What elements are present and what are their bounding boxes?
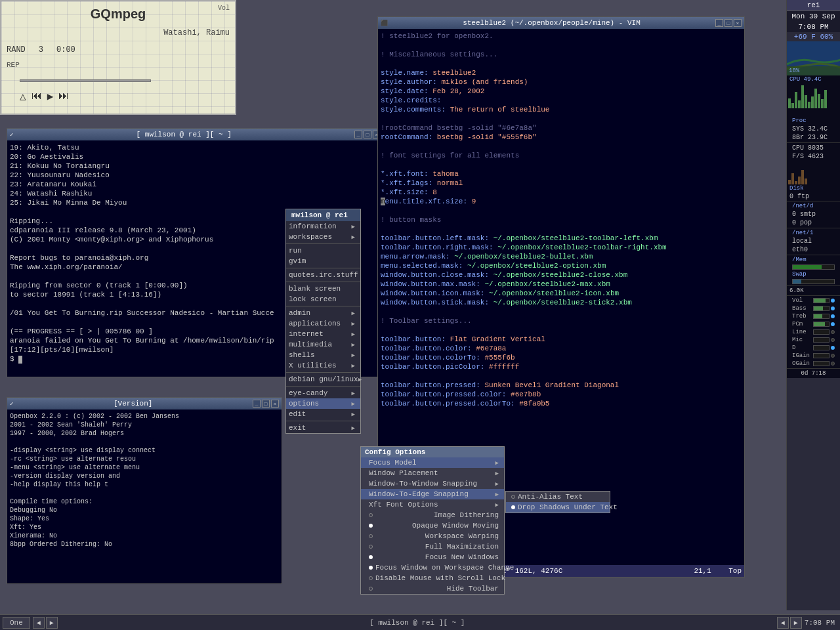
d-label: D	[792, 345, 812, 351]
vim-close[interactable]: ×	[734, 19, 742, 27]
cpu-fps: CPU 8035	[792, 144, 824, 152]
menu-separator-1	[286, 243, 360, 244]
menu-item-workspaces[interactable]: workspaces▶	[286, 232, 360, 242]
config-item-edge-snap[interactable]: Window-To-Edge Snapping▶	[361, 489, 504, 499]
arrow-icon: ▶	[495, 501, 499, 509]
taskbar-next-workspace[interactable]: ▶	[46, 617, 58, 629]
swap-slider[interactable]	[792, 279, 835, 284]
config-item-workspace-warp[interactable]: Workspace Warping	[361, 531, 504, 541]
btn-play[interactable]: ▶	[47, 90, 54, 108]
menu-item-multimedia[interactable]: multimedia▶	[286, 339, 360, 350]
menu-item-quotes[interactable]: quotes.irc.stuff	[286, 270, 360, 280]
config-item-hide-toolbar[interactable]: Hide Toolbar	[361, 583, 504, 594]
config-item-opaque-move[interactable]: Opaque Window Moving	[361, 520, 504, 531]
menu-item-debian[interactable]: debian gnu/linux▶	[286, 374, 360, 385]
terminal-mwilson-titlebar[interactable]: ✓ [ mwilson @ rei ][ ~ ] _ □ ×	[7, 129, 383, 140]
xft-item-drop-shadows[interactable]: Drop Shadows Under Text	[506, 502, 610, 513]
menu-item-admin[interactable]: admin▶	[286, 308, 360, 318]
menu-item-options[interactable]: options▶	[286, 398, 360, 409]
igain-slider[interactable]	[813, 353, 830, 358]
menu-separator-6	[286, 386, 360, 387]
taskbar-prev-win[interactable]: ◀	[777, 617, 789, 629]
ob-line-14: Xft: Yes	[10, 523, 279, 532]
config-item-focus-model[interactable]: Focus Model▶	[361, 457, 504, 468]
config-item-focus-workspace[interactable]: Focus Window on Workspace Change	[361, 562, 504, 573]
xft-item-antialias[interactable]: Anti-Alias Text	[506, 492, 610, 502]
vim-maximize[interactable]: □	[724, 19, 732, 27]
vim-titlebar[interactable]: ⬛ steelblue2 (~/.openbox/people/mine) - …	[378, 17, 744, 29]
d-slider[interactable]	[813, 345, 830, 350]
pcm-slider[interactable]	[813, 322, 830, 327]
menu-item-shells[interactable]: shells▶	[286, 350, 360, 360]
config-item-xft[interactable]: Xft Font Options▶	[361, 499, 504, 510]
menu-item-lock-screen[interactable]: lock screen	[286, 294, 360, 304]
cpu-label: CPU 49.4C	[787, 75, 840, 83]
treb-slider[interactable]	[813, 314, 830, 319]
arrow-icon: ▶	[352, 310, 355, 317]
config-item-window-placement[interactable]: Window Placement▶	[361, 468, 504, 478]
config-item-window-snap[interactable]: Window-To-Window Snapping▶	[361, 478, 504, 489]
taskbar-workspace-item[interactable]: One	[3, 617, 30, 629]
mic-slider[interactable]	[813, 337, 830, 343]
config-item-full-max[interactable]: Full Maximization	[361, 541, 504, 552]
vim-minimize[interactable]: _	[715, 19, 723, 27]
maximize-button[interactable]: □	[364, 131, 371, 138]
cpu-bar-4	[798, 100, 801, 108]
mem-section: /Mem Swap	[787, 255, 840, 285]
proc-8br: 8Br 23.9C	[792, 134, 828, 141]
taskbar-prev-workspace[interactable]: ◀	[33, 617, 45, 629]
btn-rew[interactable]: ⏮	[32, 90, 42, 108]
rep-info: REP	[7, 61, 230, 74]
vim-line-36: toolbar.button.colorTo: #555f6b	[381, 353, 742, 362]
menu-item-information[interactable]: information▶	[286, 221, 360, 232]
config-item-disable-scroll[interactable]: Disable Mouse with Scroll Lock	[361, 573, 504, 583]
line-slider[interactable]	[813, 329, 830, 335]
gqmpeg-name: Watashi, Raimu	[7, 28, 230, 43]
vim-line-5: style.name: steelblue2	[381, 68, 742, 77]
cpu-fps-section: CPU 8035 F/S 4623	[787, 142, 840, 161]
arrow-icon: ▶	[352, 223, 355, 230]
taskbar-next-win[interactable]: ▶	[790, 617, 802, 629]
term-line-7: 25: Jikai Mo Minna De Miyou	[10, 198, 381, 207]
menu-item-edit[interactable]: edit▶	[286, 409, 360, 419]
menu-item-xutilities[interactable]: X utilities▶	[286, 360, 360, 371]
ob-maximize-button[interactable]: □	[262, 400, 270, 408]
menu-item-gvim[interactable]: gvim	[286, 256, 360, 266]
bass-slider[interactable]	[813, 306, 830, 311]
taskbar: One ◀ ▶ [ mwilson @ rei ][ ~ ] ◀ ▶ 7:08 …	[0, 614, 840, 630]
config-item-dithering[interactable]: Image Dithering	[361, 510, 504, 520]
gqmpeg-window: Vol GQmpeg Watashi, Raimu RAND 3 0:00 RE…	[0, 0, 236, 115]
menu-item-applications[interactable]: applications▶	[286, 318, 360, 329]
vim-line-29: window.button.icon.mask: ~/.openbox/stee…	[381, 289, 742, 298]
mem-slider[interactable]	[792, 264, 835, 270]
vol-slider[interactable]	[813, 298, 830, 303]
menu-item-run[interactable]: run	[286, 245, 360, 256]
btn-fwd[interactable]: ⏭	[58, 90, 69, 108]
ftp-row: 0 ftp	[787, 192, 840, 201]
fps-val: F/S 4623	[792, 153, 824, 160]
progress-bar[interactable]	[20, 79, 151, 82]
taskbar-nav-arrows: ◀ ▶	[777, 617, 802, 629]
openbox-version-content: Openbox 2.2.0 : (c) 2002 - 2002 Ben Jans…	[7, 410, 282, 583]
config-item-focus-new[interactable]: Focus New Windows	[361, 552, 504, 562]
ob-close-button[interactable]: ×	[271, 400, 279, 408]
ob-minimize-button[interactable]: _	[253, 400, 261, 408]
openbox-version-titlebar[interactable]: ✓ [Version] _ □ ×	[7, 398, 282, 410]
config-menu-title: Config Options	[361, 447, 504, 457]
btn-triangle[interactable]: △	[20, 90, 26, 108]
minimize-button[interactable]: _	[354, 131, 362, 138]
term-line-4: 22: Yuusounaru Nadesico	[10, 171, 381, 180]
treb-label: Treb	[792, 313, 812, 320]
vim-line-10	[381, 114, 742, 123]
vim-line-31	[381, 307, 742, 316]
menu-item-exit[interactable]: exit▶	[286, 423, 360, 433]
term-line-3: 21: Kokuu No Toraiangru	[10, 161, 381, 171]
menu-item-internet[interactable]: internet▶	[286, 329, 360, 339]
swap-label: Swap	[789, 270, 837, 278]
menu-item-blank-screen[interactable]: blank screen	[286, 284, 360, 294]
arrow-icon: ▶	[495, 491, 499, 498]
track-num: 3	[39, 45, 43, 60]
vim-line-16: *.xft.font: tahoma	[381, 169, 742, 178]
menu-item-eyecandy[interactable]: eye-candy▶	[286, 388, 360, 398]
ogain-slider[interactable]	[813, 361, 830, 366]
